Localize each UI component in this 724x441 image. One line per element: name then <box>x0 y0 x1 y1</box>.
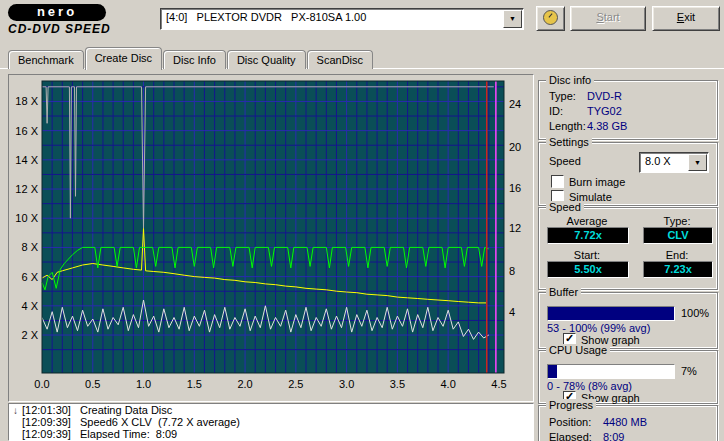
speed-group: Speed Average Type: 7.72x CLV Start: End… <box>538 207 718 290</box>
start-button[interactable]: Start <box>570 6 646 31</box>
gauge-icon <box>543 10 558 25</box>
svg-text:3.0: 3.0 <box>339 378 354 390</box>
svg-text:2.5: 2.5 <box>288 378 303 390</box>
speed-select-value: 8.0 X <box>645 155 671 167</box>
log-row: ↓[12:01:30]Creating Data Disc <box>9 404 533 416</box>
svg-text:4 X: 4 X <box>21 300 38 312</box>
chart-panel: 18 X16 X14 X12 X10 X8 X6 X4 X2 X24201612… <box>8 74 534 402</box>
nero-cd-dvd-speed-window: nero CD-DVD SPEED [4:0] PLEXTOR DVDR PX-… <box>0 0 724 441</box>
tab-create-disc[interactable]: Create Disc <box>85 47 162 70</box>
group-title: Settings <box>546 136 592 148</box>
group-title: Progress <box>546 399 596 411</box>
exit-button-label: Exit <box>677 7 695 28</box>
svg-text:4.0: 4.0 <box>441 378 456 390</box>
options-button[interactable] <box>536 6 565 31</box>
svg-text:12 X: 12 X <box>15 183 38 195</box>
buffer-group: Buffer 100% 53 - 100% (99% avg) Show gra… <box>538 292 718 349</box>
cpu-usage-group: CPU Usage 7% 0 - 78% (8% avg) Show graph <box>538 350 718 404</box>
group-title: Speed <box>546 201 584 213</box>
svg-text:8 X: 8 X <box>21 241 38 253</box>
cpu-progress-fill <box>548 365 557 378</box>
svg-text:0.0: 0.0 <box>34 378 49 390</box>
svg-text:6 X: 6 X <box>21 271 38 283</box>
chevron-down-icon[interactable]: ▼ <box>688 154 707 171</box>
svg-text:8: 8 <box>509 265 515 277</box>
group-title: CPU Usage <box>546 344 610 356</box>
svg-text:12: 12 <box>509 222 521 234</box>
svg-text:1.5: 1.5 <box>187 378 202 390</box>
disc-type-value: DVD-R <box>587 90 622 102</box>
svg-text:1.0: 1.0 <box>136 378 151 390</box>
buffer-progress-fill <box>548 307 674 320</box>
svg-text:2 X: 2 X <box>21 329 38 341</box>
position-value: 4480 MB <box>603 416 647 428</box>
disc-length-value: 4.38 GB <box>587 120 627 132</box>
progress-group: Progress Position: 4480 MB Elapsed: 8:09 <box>538 405 718 441</box>
burn-image-checkbox[interactable]: Burn image <box>551 175 625 188</box>
nero-logo: nero CD-DVD SPEED <box>8 4 158 36</box>
log-row: [12:09:39]Speed6 X CLV (7.72 X average) <box>9 416 533 428</box>
average-speed-value: 7.72x <box>547 227 629 244</box>
drive-select-dropdown[interactable]: [4:0] PLEXTOR DVDR PX-810SA 1.00 ▼ <box>160 8 524 30</box>
svg-text:10 X: 10 X <box>15 212 38 224</box>
disc-id-value: TYG02 <box>587 105 622 117</box>
cpu-percent: 7% <box>681 365 697 377</box>
transfer-rate-chart: 18 X16 X14 X12 X10 X8 X6 X4 X2 X24201612… <box>9 75 531 399</box>
drive-select-value: [4:0] PLEXTOR DVDR PX-810SA 1.00 <box>166 11 366 23</box>
svg-text:0.5: 0.5 <box>85 378 100 390</box>
svg-text:4: 4 <box>509 306 515 318</box>
tab-benchmark[interactable]: Benchmark <box>8 50 84 69</box>
group-title: Disc info <box>546 74 594 86</box>
cpu-progressbar <box>547 364 675 379</box>
disc-info-group: Disc info Type: DVD-R ID: TYG02 Length: … <box>538 80 718 140</box>
app-subtitle: CD-DVD SPEED <box>8 22 158 36</box>
svg-text:18 X: 18 X <box>15 95 38 107</box>
svg-text:24: 24 <box>509 98 521 110</box>
svg-text:3.5: 3.5 <box>390 378 405 390</box>
svg-text:20: 20 <box>509 141 521 153</box>
log-panel[interactable]: ↓[12:01:30]Creating Data Disc [12:09:39]… <box>8 403 534 441</box>
nero-logo-text: nero <box>8 4 106 21</box>
tab-disc-info[interactable]: Disc Info <box>163 50 226 69</box>
svg-text:2.0: 2.0 <box>237 378 252 390</box>
chevron-down-icon[interactable]: ▼ <box>503 10 522 28</box>
buffer-progressbar <box>547 306 675 321</box>
end-speed-value: 7.23x <box>643 261 713 278</box>
log-row: [12:09:39]Elapsed Time: 8:09 <box>9 428 533 440</box>
speed-type-value: CLV <box>643 227 713 244</box>
svg-text:16: 16 <box>509 182 521 194</box>
tab-disc-quality[interactable]: Disc Quality <box>227 50 306 69</box>
svg-text:4.5: 4.5 <box>491 378 506 390</box>
elapsed-value: 8:09 <box>603 431 624 441</box>
start-button-label: Start <box>596 7 619 28</box>
settings-group: Settings Speed 8.0 X ▼ Burn image Simula… <box>538 142 718 206</box>
start-speed-value: 5.50x <box>547 261 629 278</box>
svg-text:14 X: 14 X <box>15 154 38 166</box>
group-title: Buffer <box>546 286 581 298</box>
speed-select-dropdown[interactable]: 8.0 X ▼ <box>639 152 709 173</box>
exit-button[interactable]: Exit <box>652 6 720 31</box>
tab-scandisc[interactable]: ScanDisc <box>307 50 373 69</box>
svg-text:16 X: 16 X <box>15 125 38 137</box>
tabstrip: Benchmark Create Disc Disc Info Disc Qua… <box>8 47 374 69</box>
buffer-percent: 100% <box>681 307 709 319</box>
checkbox-box[interactable] <box>551 175 564 188</box>
